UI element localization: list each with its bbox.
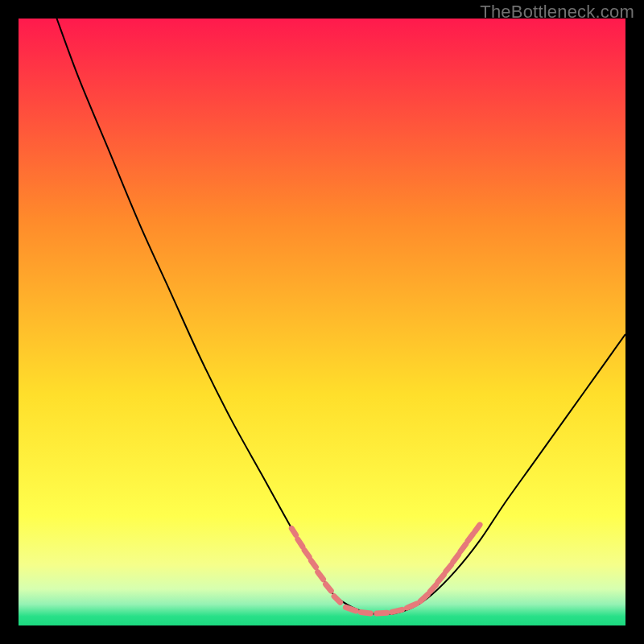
gradient-background	[19, 19, 625, 625]
highlight-segment	[291, 528, 295, 535]
highlight-segment	[392, 609, 402, 612]
highlight-segment	[377, 613, 387, 613]
plot-area	[19, 19, 625, 625]
chart-frame: TheBottleneck.com	[0, 0, 644, 644]
highlight-segment	[311, 560, 316, 567]
highlight-segment	[345, 607, 356, 611]
highlight-segment	[304, 551, 309, 557]
bottleneck-chart	[19, 19, 625, 625]
watermark-text: TheBottleneck.com	[480, 2, 634, 23]
highlight-segment	[475, 525, 480, 531]
highlight-segment	[407, 604, 417, 608]
highlight-segment	[361, 612, 370, 613]
